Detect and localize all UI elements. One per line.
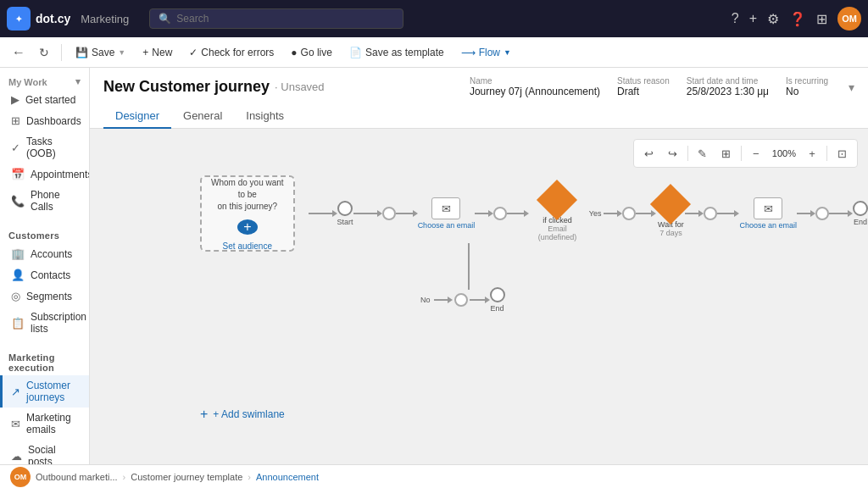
new-button[interactable]: + New — [136, 43, 179, 62]
save-button[interactable]: 💾 Save ▼ — [69, 43, 132, 62]
arrow-9 — [797, 210, 815, 217]
arrow-10 — [829, 210, 853, 217]
sidebar-item-accounts[interactable]: 🏢 Accounts — [0, 243, 89, 264]
help-icon[interactable]: ? — [732, 11, 739, 26]
search-icon: 🔍 — [159, 13, 171, 25]
email-label-2[interactable]: Choose an email — [739, 221, 797, 230]
sidebar-item-contacts[interactable]: 👤 Contacts — [0, 264, 89, 286]
diamond-shape-1 — [537, 180, 577, 220]
tab-general[interactable]: General — [171, 104, 234, 129]
wait-node[interactable]: Wait for 7 days — [656, 190, 685, 237]
sidebar-item-customer-journeys[interactable]: ↗ Customer journeys — [0, 375, 89, 408]
breadcrumb-bar: OM Outbound marketi... › Customer journe… — [0, 464, 868, 488]
sidebar-item-segments[interactable]: ◎ Segments — [0, 286, 89, 307]
no-connector-circle — [454, 293, 468, 307]
page-meta: Name Journey 07j (Announcement) Status r… — [470, 76, 854, 97]
redo-button[interactable]: ↪ — [662, 142, 684, 164]
audience-add-button[interactable]: + — [237, 219, 258, 235]
email-rect-1: ✉ — [431, 197, 460, 219]
topbar: ✦ dot.cy Marketing 🔍 ? + ⚙ ❓ ⊞ OM — [0, 0, 868, 37]
sidebar-item-social-posts[interactable]: ☁ Social posts — [0, 440, 89, 464]
wait-sublabel: 7 days — [659, 229, 682, 237]
diamond-node-1[interactable]: if clicked Email (undefined) — [529, 186, 586, 241]
connector-2 — [493, 207, 507, 220]
sidebar-item-appointments[interactable]: 📅 Appointments — [0, 164, 89, 185]
flow-icon: ⟶ — [461, 47, 476, 58]
new-icon: + — [142, 47, 148, 58]
logo-icon: ✦ — [7, 7, 31, 30]
flow-diagram: Whom do you want to beon this journey? +… — [200, 175, 868, 252]
go-live-button[interactable]: ● Go live — [284, 43, 339, 62]
breadcrumb-announcement[interactable]: Announcement — [256, 472, 319, 482]
outbound-label[interactable]: Outbound marketi... — [36, 472, 118, 482]
yes-branch: Yes — [589, 209, 623, 218]
no-label: No — [420, 296, 431, 304]
search-bar[interactable]: 🔍 — [149, 8, 403, 29]
gear-icon[interactable]: ⚙ — [767, 11, 779, 27]
email-label-1[interactable]: Choose an email — [418, 221, 476, 230]
add-swimlane-button[interactable]: + + Add swimlane — [200, 407, 285, 422]
zoom-out-button[interactable]: − — [745, 142, 767, 164]
audience-label: Whom do you want to beon this journey? — [202, 177, 293, 213]
canvas-sep-2 — [741, 146, 742, 161]
canvas-toolbar: ↩ ↪ ✎ ⊞ − 100% + ⊡ — [633, 139, 858, 168]
end-node-1: End — [853, 201, 868, 226]
connector-4 — [704, 207, 717, 220]
canvas-area[interactable]: ↩ ↪ ✎ ⊞ − 100% + ⊡ Whom do you want to b… — [90, 129, 868, 464]
page-header: New Customer journey · Unsaved Name Jour… — [90, 68, 868, 129]
check-icon: ✓ — [189, 47, 198, 58]
sidebar: My Work ▾ ▶ Get started ⊞ Dashboards ✓ T… — [0, 68, 90, 464]
plus-icon[interactable]: + — [749, 11, 757, 26]
undo-button[interactable]: ↩ — [638, 142, 660, 164]
avatar[interactable]: OM — [837, 7, 861, 30]
fit-screen-button[interactable]: ⊡ — [831, 142, 853, 164]
sidebar-item-get-started[interactable]: ▶ Get started — [0, 89, 89, 110]
canvas-sep-1 — [687, 146, 688, 161]
emails-icon: ✉ — [11, 418, 20, 430]
save-template-button[interactable]: 📄 Save as template — [342, 43, 451, 62]
connector-1 — [382, 207, 396, 220]
question-icon[interactable]: ❓ — [789, 11, 806, 27]
set-audience-label[interactable]: Set audience — [223, 241, 272, 251]
check-errors-button[interactable]: ✓ Check for errors — [182, 43, 281, 62]
page-header-top: New Customer journey · Unsaved Name Jour… — [103, 76, 854, 97]
start-node: Start — [337, 201, 353, 226]
sidebar-item-subscription-lists[interactable]: 📋 Subscription lists — [0, 307, 89, 339]
search-input[interactable] — [176, 13, 394, 25]
flow-button[interactable]: ⟶ Flow ▼ — [454, 43, 518, 62]
sidebar-item-marketing-emails[interactable]: ✉ Marketing emails — [0, 408, 89, 440]
email-node-2[interactable]: ✉ Choose an email — [739, 197, 797, 230]
grid-tool[interactable]: ⊞ — [715, 142, 737, 164]
sidebar-item-dashboards[interactable]: ⊞ Dashboards — [0, 110, 89, 131]
sidebar-item-tasks[interactable]: ✓ Tasks (OOB) — [0, 131, 89, 164]
subscription-icon: 📋 — [11, 317, 25, 330]
refresh-button[interactable]: ↻ — [34, 42, 54, 63]
audience-box[interactable]: Whom do you want to beon this journey? +… — [200, 175, 295, 252]
sidebar-item-phone-calls[interactable]: 📞 Phone Calls — [0, 185, 89, 217]
zoom-in-button[interactable]: + — [801, 142, 823, 164]
arrow-3 — [396, 210, 418, 217]
accounts-icon: 🏢 — [11, 247, 25, 260]
breadcrumb-customer-journey-template[interactable]: Customer journey template — [131, 472, 242, 482]
my-work-header[interactable]: My Work ▾ — [0, 71, 89, 89]
yes-label: Yes — [589, 209, 602, 218]
no-branch-row: No End — [420, 287, 505, 313]
toolbar: ← ↻ 💾 Save ▼ + New ✓ Check for errors ● … — [0, 37, 868, 68]
footer-avatar: OM — [10, 467, 31, 487]
arrow-5 — [507, 210, 529, 217]
email-node-1[interactable]: ✉ Choose an email — [418, 197, 476, 230]
meta-recurring: Is recurring No — [786, 76, 828, 97]
tab-insights[interactable]: Insights — [234, 104, 296, 129]
live-icon: ● — [291, 47, 297, 58]
sidebar-marketing-execution-section: Marketing execution ↗ Customer journeys … — [0, 342, 89, 464]
edit-tool[interactable]: ✎ — [692, 142, 714, 164]
grid-icon[interactable]: ⊞ — [816, 11, 827, 27]
arrow-2 — [353, 210, 382, 217]
canvas-sep-3 — [826, 146, 827, 161]
meta-expand-button[interactable]: ▾ — [849, 80, 854, 94]
email-icon-1: ✉ — [442, 202, 451, 215]
arrow-1 — [309, 210, 337, 217]
social-icon: ☁ — [11, 450, 22, 463]
back-button[interactable]: ← — [7, 42, 31, 64]
tab-designer[interactable]: Designer — [103, 104, 171, 129]
